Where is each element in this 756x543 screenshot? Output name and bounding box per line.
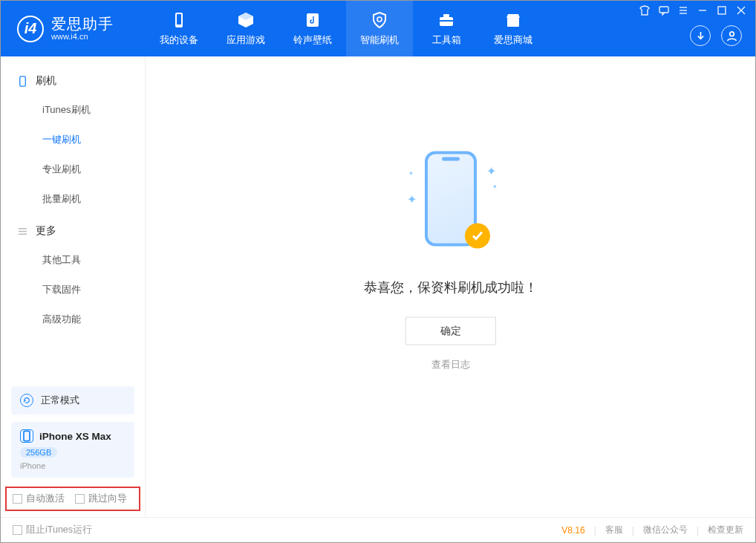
sidebar-header-flash: 刷机 bbox=[1, 64, 145, 95]
footer-link-wechat[interactable]: 微信公众号 bbox=[643, 524, 688, 536]
footer-link-update[interactable]: 检查更新 bbox=[708, 524, 743, 536]
sidebar-item-other-tools[interactable]: 其他工具 bbox=[1, 245, 145, 275]
nav-store[interactable]: 爱思商城 bbox=[480, 1, 547, 56]
svg-rect-8 bbox=[659, 7, 668, 13]
cube-icon bbox=[237, 11, 255, 29]
device-type: iPhone bbox=[20, 461, 126, 470]
download-icon[interactable] bbox=[690, 25, 711, 46]
logo-icon: i4 bbox=[17, 16, 44, 42]
sidebar-item-oneclick-flash[interactable]: 一键刷机 bbox=[1, 125, 145, 155]
maximize-icon[interactable] bbox=[717, 5, 727, 16]
device-storage: 256GB bbox=[20, 447, 57, 458]
sparkle-icon: ✦ bbox=[492, 183, 498, 189]
checkbox-block-itunes[interactable]: 阻止iTunes运行 bbox=[13, 524, 92, 536]
svg-rect-2 bbox=[307, 13, 319, 27]
svg-rect-5 bbox=[443, 14, 449, 17]
app-window: i4 爱思助手 www.i4.cn 我的设备 应用游戏 铃声壁纸 智能刷机 bbox=[0, 0, 756, 543]
feedback-icon[interactable] bbox=[659, 5, 669, 16]
checkbox-label: 自动激活 bbox=[26, 492, 65, 505]
main-content: ✦ ✦ ✦ ✦ 恭喜您，保资料刷机成功啦！ 确定 查看日志 bbox=[146, 56, 755, 517]
svg-rect-7 bbox=[507, 18, 519, 27]
nav-label: 应用游戏 bbox=[227, 33, 265, 47]
store-icon bbox=[504, 11, 522, 29]
device-mode[interactable]: 正常模式 bbox=[11, 386, 134, 414]
close-icon[interactable] bbox=[736, 5, 746, 16]
mode-label: 正常模式 bbox=[41, 394, 79, 407]
svg-point-16 bbox=[729, 31, 734, 36]
options-highlight: 自动激活 跳过向导 bbox=[5, 487, 140, 511]
separator: | bbox=[594, 525, 596, 536]
app-url: www.i4.cn bbox=[51, 32, 114, 41]
svg-rect-13 bbox=[718, 7, 726, 14]
nav-label: 我的设备 bbox=[160, 33, 198, 47]
sidebar-item-itunes-flash[interactable]: iTunes刷机 bbox=[1, 95, 145, 125]
sidebar-item-batch-flash[interactable]: 批量刷机 bbox=[1, 184, 145, 214]
view-log-link[interactable]: 查看日志 bbox=[431, 359, 470, 369]
menu-icon[interactable] bbox=[678, 5, 688, 16]
sidebar-section-title: 刷机 bbox=[36, 74, 56, 88]
window-controls bbox=[639, 5, 746, 16]
nav-label: 智能刷机 bbox=[360, 33, 399, 47]
checkbox-icon bbox=[13, 525, 22, 535]
sparkle-icon: ✦ bbox=[486, 163, 496, 178]
svg-rect-17 bbox=[20, 76, 26, 85]
sidebar-item-pro-flash[interactable]: 专业刷机 bbox=[1, 155, 145, 184]
shield-icon bbox=[371, 11, 388, 29]
checkbox-label: 跳过向导 bbox=[88, 492, 127, 505]
sparkle-icon: ✦ bbox=[408, 169, 414, 176]
device-icon bbox=[170, 11, 188, 29]
refresh-icon bbox=[20, 394, 33, 407]
ok-button[interactable]: 确定 bbox=[405, 316, 496, 345]
status-bar: 阻止iTunes运行 V8.16 | 客服 | 微信公众号 | 检查更新 bbox=[1, 517, 755, 542]
nav-toolbox[interactable]: 工具箱 bbox=[413, 1, 480, 56]
checkbox-label: 阻止iTunes运行 bbox=[26, 524, 92, 536]
device-name: iPhone XS Max bbox=[39, 431, 111, 442]
device-card[interactable]: iPhone XS Max 256GB iPhone bbox=[11, 422, 134, 478]
sidebar-header-more: 更多 bbox=[1, 214, 145, 245]
header-action-icons bbox=[690, 25, 742, 46]
music-icon bbox=[304, 11, 322, 29]
nav-label: 铃声壁纸 bbox=[293, 33, 332, 47]
svg-rect-21 bbox=[24, 431, 30, 440]
sidebar-section-title: 更多 bbox=[36, 224, 56, 238]
svg-point-3 bbox=[377, 17, 382, 22]
checkbox-skip-guide[interactable]: 跳过向导 bbox=[75, 492, 127, 505]
footer-right: V8.16 | 客服 | 微信公众号 | 检查更新 bbox=[561, 524, 743, 536]
nav-label: 工具箱 bbox=[432, 33, 461, 47]
sidebar-item-advanced[interactable]: 高级功能 bbox=[1, 305, 145, 334]
svg-rect-1 bbox=[177, 14, 181, 25]
nav-ringtones[interactable]: 铃声壁纸 bbox=[279, 1, 346, 56]
separator: | bbox=[632, 525, 634, 536]
user-icon[interactable] bbox=[721, 25, 742, 46]
sidebar-item-download-fw[interactable]: 下载固件 bbox=[1, 275, 145, 305]
nav-label: 爱思商城 bbox=[494, 33, 532, 47]
sidebar-bottom: 正常模式 iPhone XS Max 256GB iPhone 自动激活 跳过向… bbox=[1, 386, 145, 517]
success-message: 恭喜您，保资料刷机成功啦！ bbox=[364, 278, 538, 296]
list-icon bbox=[17, 226, 28, 237]
sparkle-icon: ✦ bbox=[407, 192, 417, 206]
checkbox-icon bbox=[13, 494, 22, 504]
checkbox-auto-activate[interactable]: 自动激活 bbox=[13, 492, 65, 505]
skin-icon[interactable] bbox=[639, 5, 650, 16]
phone-icon bbox=[17, 76, 28, 87]
nav-my-device[interactable]: 我的设备 bbox=[146, 1, 212, 56]
minimize-icon[interactable] bbox=[697, 5, 708, 16]
toolbox-icon bbox=[437, 11, 455, 29]
version-label: V8.16 bbox=[561, 525, 584, 536]
app-name: 爱思助手 bbox=[51, 16, 114, 32]
footer-link-support[interactable]: 客服 bbox=[605, 524, 623, 536]
svg-rect-6 bbox=[440, 20, 453, 22]
success-illustration: ✦ ✦ ✦ ✦ bbox=[410, 147, 492, 259]
nav-apps-games[interactable]: 应用游戏 bbox=[212, 1, 279, 56]
main-nav: 我的设备 应用游戏 铃声壁纸 智能刷机 工具箱 爱思商城 bbox=[146, 1, 547, 56]
nav-smart-flash[interactable]: 智能刷机 bbox=[346, 1, 413, 56]
sidebar: 刷机 iTunes刷机 一键刷机 专业刷机 批量刷机 更多 其他工具 下载固件 … bbox=[1, 56, 146, 517]
title-bar: i4 爱思助手 www.i4.cn 我的设备 应用游戏 铃声壁纸 智能刷机 bbox=[1, 1, 755, 56]
separator: | bbox=[697, 525, 699, 536]
check-badge-icon bbox=[465, 223, 490, 248]
checkbox-icon bbox=[75, 494, 85, 504]
device-small-icon bbox=[20, 429, 33, 443]
body: 刷机 iTunes刷机 一键刷机 专业刷机 批量刷机 更多 其他工具 下载固件 … bbox=[1, 56, 755, 517]
logo-text: 爱思助手 www.i4.cn bbox=[51, 16, 114, 41]
logo: i4 爱思助手 www.i4.cn bbox=[1, 16, 146, 42]
